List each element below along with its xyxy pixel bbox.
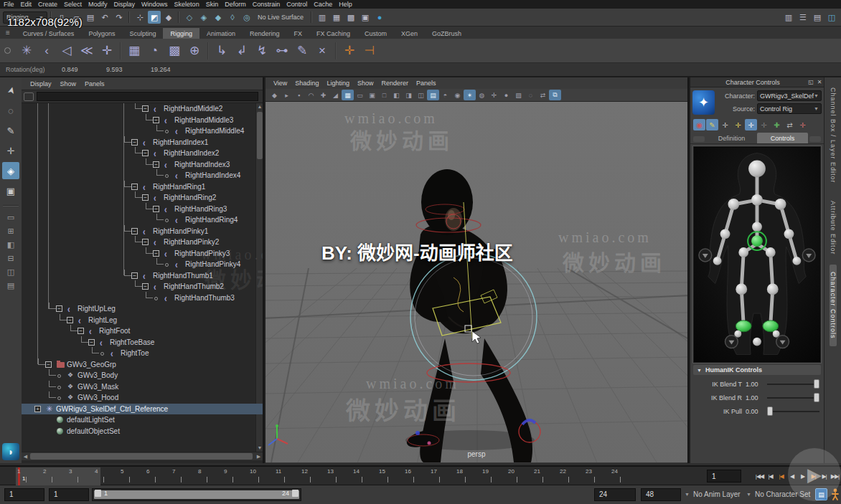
outliner-item[interactable]: −‹RightUpLeg [22,303,263,314]
outliner-hscrollbar[interactable]: ◀ ▶ [22,452,263,460]
full-body-key-mode-icon[interactable]: ◉ [693,119,705,130]
shelf-tab-rendering[interactable]: Rendering [243,28,287,39]
chevron-down-icon[interactable]: ▼ [746,492,751,497]
panel-tab-character-controls[interactable]: Character Controls [830,265,837,346]
make-live-icon[interactable]: ◎ [240,11,253,24]
range-start-handle[interactable] [95,490,101,497]
snap-grid-icon[interactable]: ◇ [183,11,196,24]
shelf-menu-icon[interactable]: ≡ [6,29,10,37]
outliner-item[interactable]: −‹RightFoot [22,325,263,336]
outliner-item[interactable]: ‹RightHandIndex4 [22,170,263,181]
control-rig-mode-icon[interactable]: ✛ [745,119,757,130]
outliner-item[interactable]: defaultLightSet [22,414,263,425]
modeling-toolkit-icon[interactable]: ◫ [825,11,838,24]
ghost-skeleton-icon[interactable]: ✛ [758,119,770,130]
construction-history-icon[interactable]: ▥ [316,11,329,24]
range-slider[interactable]: 1 24 [92,488,301,501]
scroll-left-icon[interactable]: ◀ [22,452,29,460]
outliner-item[interactable]: −‹RightToeBase [22,337,263,348]
expand-toggle[interactable]: + [34,406,41,412]
step-back-key-button[interactable]: |◀ [776,469,786,483]
render-settings-icon[interactable]: ▣ [359,11,372,24]
slider-track[interactable] [767,393,819,402]
collapse-toggle[interactable]: − [45,361,52,368]
tab-controls[interactable]: Controls [757,133,808,143]
shelf-tab-polygons[interactable]: Polygons [81,28,122,39]
outliner-item[interactable]: ❖GWv3_Hood [22,392,263,403]
image-plane-icon[interactable]: ✚ [317,90,329,100]
select-object-icon[interactable]: ◩ [148,11,161,24]
panel-tab-channel-box-layer-editor[interactable]: Channel Box / Layer Editor [830,80,837,191]
sculpt-deformer-icon[interactable]: ⊕ [184,41,205,61]
viewport-menu-renderer[interactable]: Renderer [381,80,408,87]
go-to-bind-pose-icon[interactable]: ↯ [252,41,272,61]
create-joint-icon[interactable]: ✳ [17,41,37,61]
snap-view-plane-icon[interactable]: ◊ [226,11,239,24]
scale-tool[interactable]: ▣ [2,182,19,199]
shelf-tab-sculpting[interactable]: Sculpting [122,28,163,39]
tab-definition[interactable]: Definition [706,133,757,143]
layout-persp-uv[interactable]: ▤ [4,280,18,291]
snap-curve-icon[interactable]: ◈ [197,11,210,24]
safe-title-icon[interactable]: ◫ [415,90,427,100]
menu-create[interactable]: Create [38,1,57,8]
snap-point-icon[interactable]: ◆ [212,11,225,24]
channel-box-icon[interactable]: ☰ [797,11,809,24]
select-hierarchy-icon[interactable]: ⊹ [133,11,146,24]
wireframe-icon[interactable]: ▤ [427,90,439,100]
ik-handle-icon[interactable]: ‹ [37,41,57,61]
source-dropdown[interactable]: Control Rig ▼ [757,103,822,114]
character-dropdown[interactable]: GWRigv3_SkelDef ▼ [757,90,822,101]
selection-key-mode-icon[interactable]: ✎ [706,119,718,130]
collapse-toggle[interactable]: − [56,305,62,312]
shelf-options-icon[interactable] [4,47,11,54]
multisample-icon[interactable]: ▧ [512,90,525,100]
shelf-tab-fx[interactable]: FX [287,28,310,39]
grid-icon[interactable]: ▦ [342,90,354,100]
tab-overflow-right[interactable] [809,136,821,142]
outliner-item[interactable]: −‹RightHandMiddle3 [22,115,263,125]
add-influence-icon[interactable]: ✛ [339,41,360,61]
outliner-item[interactable]: ‹RightHandRing4 [22,214,263,225]
outliner-item[interactable]: ‹RightToe [22,348,263,358]
collapse-toggle[interactable]: − [142,105,149,112]
attribute-editor-icon[interactable]: ▤ [811,11,824,24]
no-live-surface-label[interactable]: No Live Surface [258,14,304,21]
shelf-tab-curves-surfaces[interactable]: Curves / Surfaces [16,28,82,39]
slider-handle[interactable] [814,379,819,389]
menu-help[interactable]: Help [339,1,352,8]
paint-skin-weights-icon[interactable]: ✎ [292,41,312,61]
current-frame-field[interactable]: 1 [707,470,741,482]
render-current-frame-icon[interactable]: ▦ [330,11,343,24]
edit-membership-icon[interactable]: ⊶ [272,41,292,61]
wrap-deformer-icon[interactable]: ▩ [164,41,184,61]
lock-camera-icon[interactable]: ▸ [281,90,293,100]
depth-of-field-icon[interactable]: ◌ [525,90,537,100]
collapse-toggle[interactable]: − [142,150,149,156]
save-scene-icon[interactable]: ▤ [84,11,97,24]
menu-deform[interactable]: Deform [225,1,246,8]
animation-end-field[interactable]: 48 [641,488,681,501]
viewport-menu-shading[interactable]: Shading [295,80,319,87]
outliner-item[interactable]: −‹RightHandIndex2 [22,148,263,158]
menu-constrain[interactable]: Constrain [253,1,281,8]
outliner-menu-panels[interactable]: Panels [85,80,105,87]
camera-attributes-icon[interactable]: ▪ [293,90,305,100]
rotate-tool[interactable]: ◈ [2,162,19,179]
outliner-item[interactable]: −‹RightLeg [22,315,263,325]
remove-influence-icon[interactable]: ⊣ [360,41,380,61]
outliner-item[interactable]: +✳GWRigv3_SkelDef_Ctrl_Reference [22,404,263,414]
collapse-toggle[interactable]: − [153,161,159,168]
lights-icon[interactable]: ✶ [464,90,476,100]
select-camera-icon[interactable]: ◆ [268,90,281,100]
collapse-toggle[interactable]: − [142,239,149,245]
collapse-toggle[interactable]: − [153,250,159,257]
collapse-toggle[interactable]: − [131,228,138,234]
redo-icon[interactable]: ↷ [113,11,126,24]
select-component-icon[interactable]: ◆ [162,11,175,24]
collapse-toggle[interactable]: − [153,206,159,212]
scrollbar-thumb[interactable] [30,453,253,460]
outliner-item[interactable]: −‹RightHandIndex3 [22,159,263,170]
close-icon[interactable]: ✕ [815,79,824,85]
viewport-menu-lighting[interactable]: Lighting [326,80,349,87]
